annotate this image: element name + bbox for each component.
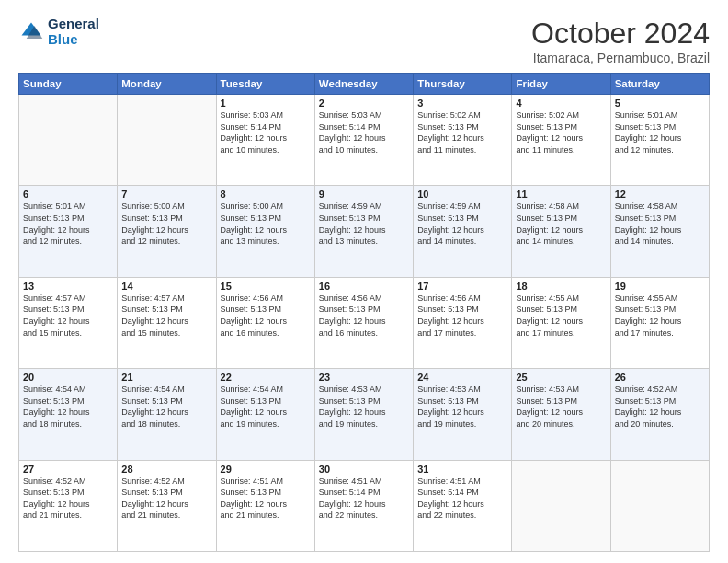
header: General Blue October 2024 Itamaraca, Per… <box>18 17 710 65</box>
calendar-week-1: 1Sunrise: 5:03 AM Sunset: 5:14 PM Daylig… <box>19 95 710 186</box>
day-number: 3 <box>417 98 507 109</box>
day-info: Sunrise: 4:56 AM Sunset: 5:13 PM Dayligh… <box>221 293 311 339</box>
calendar-cell: 25Sunrise: 4:53 AM Sunset: 5:13 PM Dayli… <box>512 369 610 460</box>
calendar-cell: 23Sunrise: 4:53 AM Sunset: 5:13 PM Dayli… <box>314 369 413 460</box>
logo-icon <box>18 19 44 45</box>
calendar-cell: 15Sunrise: 4:56 AM Sunset: 5:13 PM Dayli… <box>216 277 314 368</box>
day-number: 4 <box>516 98 606 109</box>
day-info: Sunrise: 4:55 AM Sunset: 5:13 PM Dayligh… <box>615 293 705 339</box>
day-info: Sunrise: 5:00 AM Sunset: 5:13 PM Dayligh… <box>121 201 211 247</box>
day-info: Sunrise: 4:54 AM Sunset: 5:13 PM Dayligh… <box>221 384 311 430</box>
day-number: 7 <box>121 189 211 200</box>
day-info: Sunrise: 4:52 AM Sunset: 5:13 PM Dayligh… <box>121 476 211 522</box>
day-info: Sunrise: 4:53 AM Sunset: 5:13 PM Dayligh… <box>516 384 606 430</box>
calendar-cell: 26Sunrise: 4:52 AM Sunset: 5:13 PM Dayli… <box>610 369 709 460</box>
calendar-cell: 20Sunrise: 4:54 AM Sunset: 5:13 PM Dayli… <box>19 369 118 460</box>
day-number: 10 <box>417 189 507 200</box>
calendar-cell: 1Sunrise: 5:03 AM Sunset: 5:14 PM Daylig… <box>216 95 314 186</box>
day-info: Sunrise: 4:59 AM Sunset: 5:13 PM Dayligh… <box>417 201 507 247</box>
day-info: Sunrise: 5:03 AM Sunset: 5:14 PM Dayligh… <box>319 109 409 155</box>
col-saturday: Saturday <box>610 74 709 95</box>
calendar-cell: 16Sunrise: 4:56 AM Sunset: 5:13 PM Dayli… <box>314 277 413 368</box>
day-number: 12 <box>615 189 705 200</box>
day-info: Sunrise: 4:56 AM Sunset: 5:13 PM Dayligh… <box>319 293 409 339</box>
calendar-cell: 29Sunrise: 4:51 AM Sunset: 5:13 PM Dayli… <box>216 460 314 551</box>
day-info: Sunrise: 4:51 AM Sunset: 5:14 PM Dayligh… <box>319 476 409 522</box>
logo: General Blue <box>18 17 99 47</box>
day-info: Sunrise: 4:56 AM Sunset: 5:13 PM Dayligh… <box>417 293 507 339</box>
title-block: October 2024 Itamaraca, Pernambuco, Braz… <box>531 17 710 65</box>
calendar-cell <box>19 95 118 186</box>
day-info: Sunrise: 4:58 AM Sunset: 5:13 PM Dayligh… <box>516 201 606 247</box>
day-number: 22 <box>221 372 311 383</box>
day-number: 19 <box>615 281 705 292</box>
day-info: Sunrise: 5:03 AM Sunset: 5:14 PM Dayligh… <box>221 109 311 155</box>
day-info: Sunrise: 4:54 AM Sunset: 5:13 PM Dayligh… <box>121 384 211 430</box>
day-number: 14 <box>121 281 211 292</box>
calendar-cell: 4Sunrise: 5:02 AM Sunset: 5:13 PM Daylig… <box>512 95 610 186</box>
day-number: 27 <box>23 464 113 475</box>
day-info: Sunrise: 5:01 AM Sunset: 5:13 PM Dayligh… <box>615 109 705 155</box>
day-info: Sunrise: 5:02 AM Sunset: 5:13 PM Dayligh… <box>516 109 606 155</box>
calendar-cell: 24Sunrise: 4:53 AM Sunset: 5:13 PM Dayli… <box>414 369 512 460</box>
day-info: Sunrise: 4:59 AM Sunset: 5:13 PM Dayligh… <box>319 201 409 247</box>
calendar-cell: 22Sunrise: 4:54 AM Sunset: 5:13 PM Dayli… <box>216 369 314 460</box>
day-info: Sunrise: 4:52 AM Sunset: 5:13 PM Dayligh… <box>615 384 705 430</box>
calendar-cell <box>610 460 709 551</box>
calendar-cell: 7Sunrise: 5:00 AM Sunset: 5:13 PM Daylig… <box>118 186 216 277</box>
day-number: 28 <box>121 464 211 475</box>
col-thursday: Thursday <box>414 74 512 95</box>
col-monday: Monday <box>118 74 216 95</box>
day-number: 25 <box>516 372 606 383</box>
day-number: 26 <box>615 372 705 383</box>
day-number: 16 <box>319 281 409 292</box>
page: General Blue October 2024 Itamaraca, Per… <box>0 0 728 563</box>
calendar-cell: 18Sunrise: 4:55 AM Sunset: 5:13 PM Dayli… <box>512 277 610 368</box>
col-sunday: Sunday <box>19 74 118 95</box>
day-info: Sunrise: 4:54 AM Sunset: 5:13 PM Dayligh… <box>23 384 113 430</box>
col-wednesday: Wednesday <box>314 74 413 95</box>
calendar-week-3: 13Sunrise: 4:57 AM Sunset: 5:13 PM Dayli… <box>19 277 710 368</box>
day-number: 6 <box>23 189 113 200</box>
calendar-cell: 12Sunrise: 4:58 AM Sunset: 5:13 PM Dayli… <box>610 186 709 277</box>
day-number: 18 <box>516 281 606 292</box>
calendar-cell: 27Sunrise: 4:52 AM Sunset: 5:13 PM Dayli… <box>19 460 118 551</box>
day-number: 21 <box>121 372 211 383</box>
calendar-cell: 14Sunrise: 4:57 AM Sunset: 5:13 PM Dayli… <box>118 277 216 368</box>
calendar-cell: 8Sunrise: 5:00 AM Sunset: 5:13 PM Daylig… <box>216 186 314 277</box>
day-info: Sunrise: 4:52 AM Sunset: 5:13 PM Dayligh… <box>23 476 113 522</box>
day-number: 9 <box>319 189 409 200</box>
day-number: 31 <box>417 464 507 475</box>
day-info: Sunrise: 4:57 AM Sunset: 5:13 PM Dayligh… <box>121 293 211 339</box>
col-friday: Friday <box>512 74 610 95</box>
day-number: 30 <box>319 464 409 475</box>
calendar-cell <box>512 460 610 551</box>
day-number: 15 <box>221 281 311 292</box>
day-info: Sunrise: 5:01 AM Sunset: 5:13 PM Dayligh… <box>23 201 113 247</box>
calendar-cell: 10Sunrise: 4:59 AM Sunset: 5:13 PM Dayli… <box>414 186 512 277</box>
day-number: 1 <box>221 98 311 109</box>
calendar-cell: 21Sunrise: 4:54 AM Sunset: 5:13 PM Dayli… <box>118 369 216 460</box>
day-number: 20 <box>23 372 113 383</box>
day-number: 23 <box>319 372 409 383</box>
col-tuesday: Tuesday <box>216 74 314 95</box>
day-info: Sunrise: 4:53 AM Sunset: 5:13 PM Dayligh… <box>417 384 507 430</box>
calendar-cell: 6Sunrise: 5:01 AM Sunset: 5:13 PM Daylig… <box>19 186 118 277</box>
calendar-cell: 30Sunrise: 4:51 AM Sunset: 5:14 PM Dayli… <box>314 460 413 551</box>
calendar-cell: 28Sunrise: 4:52 AM Sunset: 5:13 PM Dayli… <box>118 460 216 551</box>
page-subtitle: Itamaraca, Pernambuco, Brazil <box>531 51 710 65</box>
calendar-cell: 3Sunrise: 5:02 AM Sunset: 5:13 PM Daylig… <box>414 95 512 186</box>
calendar-cell: 2Sunrise: 5:03 AM Sunset: 5:14 PM Daylig… <box>314 95 413 186</box>
calendar-cell: 5Sunrise: 5:01 AM Sunset: 5:13 PM Daylig… <box>610 95 709 186</box>
calendar-cell: 11Sunrise: 4:58 AM Sunset: 5:13 PM Dayli… <box>512 186 610 277</box>
day-info: Sunrise: 4:51 AM Sunset: 5:14 PM Dayligh… <box>417 476 507 522</box>
day-info: Sunrise: 4:53 AM Sunset: 5:13 PM Dayligh… <box>319 384 409 430</box>
day-info: Sunrise: 4:57 AM Sunset: 5:13 PM Dayligh… <box>23 293 113 339</box>
day-number: 17 <box>417 281 507 292</box>
page-title: October 2024 <box>531 17 710 51</box>
calendar-cell: 19Sunrise: 4:55 AM Sunset: 5:13 PM Dayli… <box>610 277 709 368</box>
day-info: Sunrise: 4:51 AM Sunset: 5:13 PM Dayligh… <box>221 476 311 522</box>
day-info: Sunrise: 4:55 AM Sunset: 5:13 PM Dayligh… <box>516 293 606 339</box>
calendar-cell: 17Sunrise: 4:56 AM Sunset: 5:13 PM Dayli… <box>414 277 512 368</box>
day-info: Sunrise: 4:58 AM Sunset: 5:13 PM Dayligh… <box>615 201 705 247</box>
